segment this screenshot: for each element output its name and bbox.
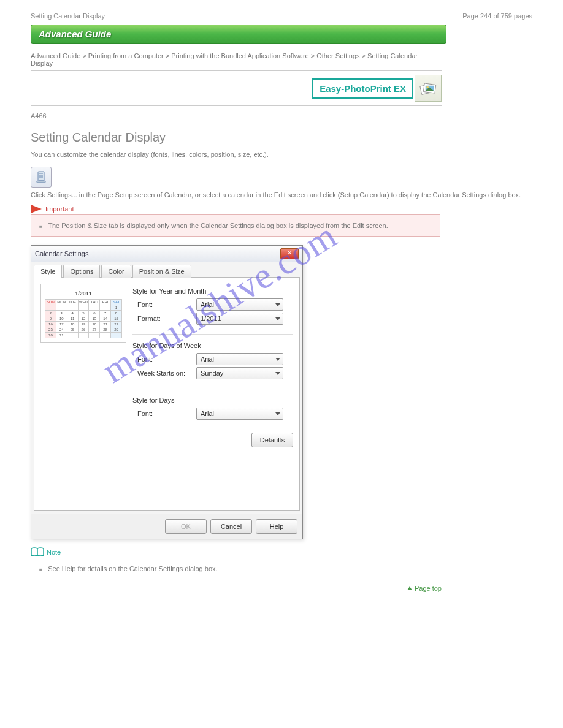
- cal-header-cell: SAT: [111, 300, 122, 305]
- tab-body: 1/2011 SUNMONTUEWEDTHUFRISAT 12345678910…: [34, 277, 300, 511]
- svg-point-3: [426, 86, 428, 88]
- settings-column: Style for Year and Month Font: Arial For…: [126, 284, 293, 504]
- tool-caption: Click Settings... in the Page Setup scre…: [31, 191, 532, 199]
- cal-day-cell: 2: [45, 311, 56, 316]
- dow-font-combo[interactable]: Arial: [196, 353, 283, 365]
- cal-day-cell: 5: [78, 311, 89, 316]
- cal-day-cell: 4: [67, 311, 78, 316]
- important-text: The Position & Size tab is displayed onl…: [48, 222, 388, 229]
- cal-day-cell: 3: [56, 311, 67, 316]
- topic-code: A466: [31, 112, 532, 119]
- cal-day-cell: 10: [56, 316, 67, 322]
- intro-text: You can customize the calendar display (…: [31, 151, 532, 158]
- ym-font-value: Arial: [201, 301, 214, 308]
- app-badge: Easy-PhotoPrint EX: [312, 75, 442, 102]
- cal-header-cell: MON: [56, 300, 67, 305]
- group-year-month-title: Style for Year and Month: [132, 287, 293, 295]
- days-font-value: Arial: [201, 410, 214, 417]
- cal-header-cell: TUE: [67, 300, 78, 305]
- cal-day-cell: 30: [45, 333, 56, 338]
- cal-day-cell: [78, 305, 89, 311]
- important-box: ■ The Position & Size tab is displayed o…: [31, 214, 440, 237]
- cal-day-cell: 23: [45, 327, 56, 333]
- dow-week-value: Sunday: [201, 370, 223, 377]
- cancel-button[interactable]: Cancel: [210, 519, 252, 534]
- note-text: See Help for details on the Calendar Set…: [48, 565, 217, 572]
- chevron-down-icon: [275, 372, 280, 375]
- page-title: Setting Calendar Display: [31, 131, 532, 145]
- cal-day-cell: 26: [78, 327, 89, 333]
- days-font-label: Font:: [132, 410, 196, 417]
- cal-day-cell: 31: [56, 333, 67, 338]
- ym-format-value: 1/2011: [201, 315, 221, 322]
- app-badge-label: Easy-PhotoPrint EX: [312, 78, 413, 99]
- note-box: ■ See Help for details on the Calendar S…: [31, 559, 440, 578]
- ok-button[interactable]: OK: [165, 519, 207, 534]
- cal-day-cell: 1: [111, 305, 122, 311]
- ym-font-combo[interactable]: Arial: [196, 298, 283, 311]
- svg-rect-8: [37, 181, 45, 183]
- tab-style[interactable]: Style: [34, 265, 62, 278]
- cal-header-cell: WED: [78, 300, 89, 305]
- ym-font-label: Font:: [132, 301, 196, 308]
- dow-week-label: Week Starts on:: [132, 370, 196, 377]
- cal-day-cell: [111, 333, 122, 338]
- cal-day-cell: 22: [111, 322, 122, 327]
- page-top-link[interactable]: Page top: [407, 585, 442, 592]
- breadcrumb: Advanced Guide > Printing from a Compute…: [31, 52, 442, 71]
- tab-color[interactable]: Color: [101, 265, 131, 278]
- cal-day-cell: 18: [67, 322, 78, 327]
- cal-day-cell: [56, 305, 67, 311]
- tab-position-size[interactable]: Position & Size: [132, 265, 191, 278]
- cal-day-cell: [67, 333, 78, 338]
- cal-header-cell: SUN: [45, 300, 56, 305]
- dow-font-label: Font:: [132, 355, 196, 363]
- dialog-title: Calendar Settings: [35, 250, 88, 257]
- cal-day-cell: 21: [100, 322, 111, 327]
- mini-calendar: SUNMONTUEWEDTHUFRISAT 123456789101112131…: [45, 299, 122, 338]
- dialog-titlebar: Calendar Settings ✕: [31, 246, 302, 262]
- cal-day-cell: 27: [89, 327, 100, 333]
- calendar-settings-dialog: Calendar Settings ✕ Style Options Color …: [31, 245, 303, 539]
- cal-day-cell: 25: [67, 327, 78, 333]
- header-left: Setting Calendar Display: [31, 12, 105, 20]
- cal-day-cell: [89, 305, 100, 311]
- days-font-combo[interactable]: Arial: [196, 408, 283, 420]
- cal-day-cell: [45, 305, 56, 311]
- bullet-icon: ■: [39, 224, 42, 229]
- cal-header-cell: THU: [89, 300, 100, 305]
- chevron-down-icon: [275, 303, 280, 306]
- ym-format-label: Format:: [132, 315, 196, 322]
- bullet-icon: ■: [39, 567, 42, 572]
- arrow-up-icon: [407, 586, 412, 590]
- chevron-down-icon: [275, 317, 280, 320]
- preview-column: 1/2011 SUNMONTUEWEDTHUFRISAT 12345678910…: [40, 284, 126, 504]
- close-button[interactable]: ✕: [280, 248, 299, 259]
- cal-day-cell: 28: [100, 327, 111, 333]
- dow-week-combo[interactable]: Sunday: [196, 367, 283, 379]
- group-year-month: Style for Year and Month Font: Arial For…: [132, 284, 293, 335]
- tab-options[interactable]: Options: [63, 265, 100, 278]
- cal-day-cell: 29: [111, 327, 122, 333]
- cal-day-cell: 6: [89, 311, 100, 316]
- cal-day-cell: 13: [89, 316, 100, 322]
- help-button[interactable]: Help: [256, 519, 297, 534]
- book-icon: [31, 547, 44, 558]
- ym-format-combo[interactable]: 1/2011: [196, 313, 283, 325]
- cal-day-cell: 20: [89, 322, 100, 327]
- cal-day-cell: [100, 333, 111, 338]
- photo-stack-icon: [415, 75, 442, 102]
- cal-day-cell: 11: [67, 316, 78, 322]
- cal-day-cell: 8: [111, 311, 122, 316]
- important-flag-row: Important: [31, 205, 532, 213]
- dow-font-value: Arial: [201, 355, 214, 363]
- note-label: Note: [47, 548, 61, 556]
- cal-day-cell: [89, 333, 100, 338]
- defaults-button[interactable]: Defaults: [251, 433, 293, 447]
- cal-day-cell: [67, 305, 78, 311]
- group-dow-title: Style for Days of Week: [132, 342, 293, 349]
- setup-calendar-icon: [31, 167, 52, 188]
- cal-day-cell: 9: [45, 316, 56, 322]
- advanced-guide-banner: Advanced Guide: [31, 25, 446, 44]
- cal-day-cell: 19: [78, 322, 89, 327]
